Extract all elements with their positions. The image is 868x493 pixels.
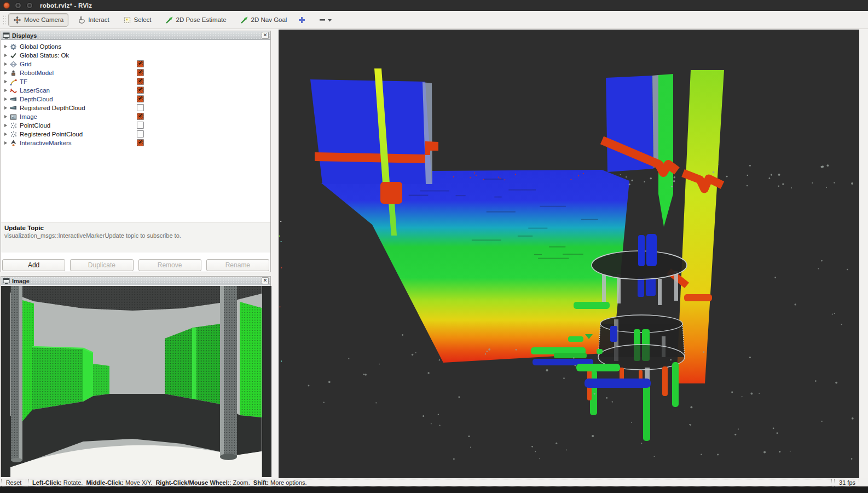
display-enabled-checkbox[interactable]	[137, 122, 144, 129]
displays-button-row: Add Duplicate Remove Rename	[2, 259, 269, 271]
bottom-strip	[0, 486, 868, 493]
check-icon	[10, 52, 17, 59]
mouse-help-text: Left-Click: Rotate. Middle-Click: Move X…	[28, 479, 832, 486]
display-item-laserscan[interactable]: LaserScan	[1, 86, 270, 95]
expand-arrow-icon[interactable]	[3, 71, 8, 76]
image-panel-titlebar[interactable]: Image ✕	[1, 277, 270, 285]
pointcloud-icon	[10, 131, 17, 138]
display-item-global-options[interactable]: Global Options	[1, 42, 270, 51]
window-titlebar[interactable]: robot.rviz* - RViz	[0, 0, 868, 11]
help-segment: Shift: More options.	[253, 479, 307, 486]
interact-icon	[77, 16, 85, 24]
image-panel-close-icon[interactable]: ✕	[262, 277, 269, 284]
nav-goal-icon	[240, 16, 248, 24]
grid-icon	[10, 61, 17, 68]
displays-tree: Global Options Global Status: Ok Grid	[1, 41, 270, 222]
display-enabled-checkbox[interactable]	[137, 139, 144, 146]
move-camera-icon	[13, 16, 21, 24]
help-segment: Middle-Click: Move X/Y.	[86, 479, 155, 486]
image-icon	[10, 113, 17, 121]
expand-arrow-icon[interactable]	[3, 141, 8, 146]
display-enabled-checkbox[interactable]	[137, 78, 144, 85]
rename-button: Rename	[206, 259, 269, 271]
expand-arrow-icon[interactable]	[3, 114, 8, 119]
display-enabled-checkbox[interactable]	[137, 95, 144, 102]
expand-arrow-icon[interactable]	[3, 97, 8, 102]
duplicate-button: Duplicate	[70, 259, 133, 271]
tool-2d-pose-estimate[interactable]: 2D Pose Estimate	[160, 13, 232, 27]
reset-button[interactable]: Reset	[1, 479, 26, 486]
3d-viewport[interactable]	[279, 30, 859, 478]
displays-panel: Displays ✕ Global Options Global Status:…	[1, 31, 271, 272]
expand-arrow-icon[interactable]	[3, 88, 8, 93]
laser-icon	[10, 87, 17, 94]
display-enabled-checkbox[interactable]	[137, 69, 144, 76]
tool-2d-nav-goal[interactable]: 2D Nav Goal	[235, 13, 292, 27]
add-button[interactable]: Add	[2, 259, 65, 271]
remove-button: Remove	[138, 259, 201, 271]
expand-arrow-icon[interactable]	[3, 106, 8, 111]
selected-display-help: Update Topic visualization_msgs::Interac…	[1, 222, 270, 253]
pose-estimate-icon	[165, 16, 173, 24]
marker-icon	[10, 140, 17, 147]
depthcloud-left-wall	[310, 79, 432, 184]
help-description: visualization_msgs::InteractiveMarkerUpd…	[4, 232, 267, 239]
display-item-registered-depthcloud[interactable]: Registered DepthCloud	[1, 104, 270, 112]
displays-panel-title: Displays	[12, 32, 37, 39]
display-item-image[interactable]: Image	[1, 112, 270, 121]
display-enabled-checkbox[interactable]	[137, 104, 144, 111]
displays-panel-titlebar[interactable]: Displays ✕	[1, 31, 270, 40]
displays-panel-close-icon[interactable]: ✕	[262, 32, 269, 39]
panel-window-icon	[3, 32, 10, 39]
expand-arrow-icon[interactable]	[3, 44, 8, 49]
window-minimize-button[interactable]	[15, 2, 21, 9]
help-title: Update Topic	[4, 225, 267, 231]
display-item-global-status-ok[interactable]: Global Status: Ok	[1, 51, 270, 60]
toolbar-tools: Move Camera Interact Select 2D Pose Esti…	[8, 13, 296, 27]
window-maximize-button[interactable]	[26, 2, 33, 9]
help-segment: Left-Click: Rotate.	[32, 479, 86, 486]
window-close-button[interactable]	[3, 2, 10, 9]
statusbar: Reset Left-Click: Rotate. Middle-Click: …	[0, 478, 868, 486]
expand-arrow-icon[interactable]	[3, 123, 8, 128]
fps-counter: 31 fps	[834, 479, 859, 486]
image-panel: Image ✕	[1, 276, 271, 477]
depthcloud-icon	[10, 105, 17, 112]
camera-image-view	[1, 286, 271, 478]
robot-icon	[10, 70, 17, 77]
select-icon	[123, 16, 131, 24]
tool-move-camera[interactable]: Move Camera	[8, 13, 68, 27]
expand-arrow-icon[interactable]	[3, 62, 8, 67]
display-enabled-checkbox[interactable]	[137, 113, 144, 120]
gear-icon	[10, 43, 17, 50]
pointcloud-icon	[10, 122, 17, 129]
display-item-robotmodel[interactable]: RobotModel	[1, 68, 270, 77]
display-item-interactivemarkers[interactable]: InteractiveMarkers	[1, 139, 270, 147]
display-item-grid[interactable]: Grid	[1, 60, 270, 68]
display-item-depthcloud[interactable]: DepthCloud	[1, 95, 270, 104]
tool-interact[interactable]: Interact	[72, 13, 114, 27]
expand-arrow-icon[interactable]	[3, 132, 8, 137]
help-segment: Right-Click/Mouse Wheel:: Zoom.	[155, 479, 253, 486]
toolbar-drag-handle[interactable]	[3, 14, 5, 25]
toolbar: Move Camera Interact Select 2D Pose Esti…	[0, 11, 868, 29]
expand-arrow-icon[interactable]	[3, 79, 8, 84]
display-item-pointcloud[interactable]: PointCloud	[1, 121, 270, 130]
window-title: robot.rviz* - RViz	[40, 2, 92, 9]
tool-select[interactable]: Select	[118, 13, 157, 27]
image-panel-title: Image	[12, 278, 30, 284]
remove-tool-button[interactable]	[319, 16, 332, 24]
display-enabled-checkbox[interactable]	[137, 130, 144, 137]
panel-window-icon	[3, 277, 10, 284]
display-item-registered-pointcloud[interactable]: Registered PointCloud	[1, 130, 270, 139]
expand-arrow-icon[interactable]	[3, 53, 8, 58]
axes-icon	[10, 78, 17, 85]
display-item-tf[interactable]: TF	[1, 77, 270, 86]
display-enabled-checkbox[interactable]	[137, 87, 144, 94]
depthcloud-icon	[10, 96, 17, 103]
add-tool-button[interactable]	[298, 16, 306, 24]
display-enabled-checkbox[interactable]	[137, 60, 144, 67]
